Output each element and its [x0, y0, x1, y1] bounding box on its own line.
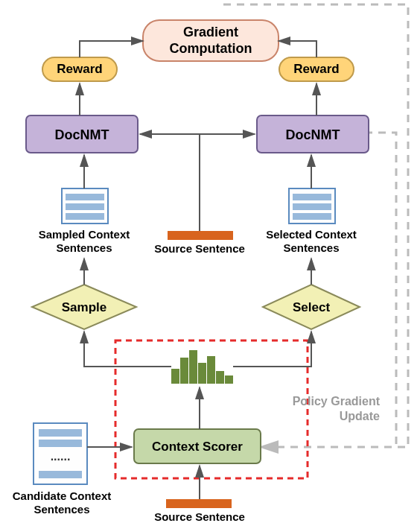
svg-rect-9: [66, 213, 104, 220]
arrow-bar-select: [233, 332, 311, 367]
candidate-doc-icon: ......: [34, 423, 87, 484]
docnmt-left-box: DocNMT: [26, 115, 138, 153]
arrow-rewardL-grad: [80, 41, 143, 57]
svg-rect-26: [39, 429, 82, 437]
selected-l2: Sentences: [283, 241, 339, 254]
svg-rect-11: [293, 194, 331, 200]
source-sentence-upper-text: Source Sentence: [154, 242, 245, 255]
reward-left-box: Reward: [42, 57, 117, 81]
svg-rect-5: [168, 231, 233, 240]
svg-rect-19: [198, 363, 206, 384]
selected-l1: Selected Context: [266, 228, 357, 241]
policy-line2: Update: [340, 410, 380, 422]
source-sentence-lower: Source Sentence: [154, 499, 245, 523]
svg-rect-16: [171, 369, 179, 384]
sample-diamond: Sample: [32, 285, 136, 329]
arrow-rewardR-grad: [279, 41, 316, 57]
sample-text: Sample: [62, 300, 106, 314]
gradient-text-1: Gradient: [183, 25, 238, 39]
svg-rect-28: [39, 471, 82, 478]
select-diamond: Select: [263, 285, 360, 329]
candidate-l1: Candidate Context: [13, 489, 112, 502]
sampled-l1: Sampled Context: [39, 228, 130, 241]
reward-right-box: Reward: [279, 57, 354, 81]
arrow-bar-sample: [84, 332, 171, 367]
source-sentence-upper: Source Sentence: [154, 231, 245, 255]
sampled-doc-icon: [62, 188, 108, 224]
svg-rect-22: [225, 375, 233, 384]
svg-rect-12: [293, 203, 331, 210]
policy-line1: Policy Gradient: [293, 395, 381, 408]
docnmt-right-text: DocNMT: [286, 127, 340, 142]
svg-rect-7: [66, 194, 104, 200]
docnmt-left-text: DocNMT: [55, 127, 109, 142]
svg-rect-8: [66, 203, 104, 210]
gradient-text-2: Computation: [170, 41, 252, 56]
select-text: Select: [293, 300, 330, 314]
selected-doc-icon: [289, 188, 335, 224]
svg-rect-21: [216, 371, 224, 384]
docnmt-right-box: DocNMT: [257, 115, 369, 153]
gradient-computation-box: Gradient Computation: [143, 20, 279, 61]
svg-rect-18: [189, 350, 197, 384]
ellipsis: ......: [51, 450, 71, 463]
reward-right-text: Reward: [293, 62, 339, 76]
reward-left-text: Reward: [57, 62, 102, 76]
barchart-icon: [171, 350, 233, 384]
context-scorer-box: Context Scorer: [134, 429, 261, 463]
svg-rect-27: [39, 440, 82, 447]
svg-rect-20: [207, 356, 215, 384]
svg-rect-17: [180, 358, 188, 384]
sampled-l2: Sentences: [56, 241, 112, 254]
context-scorer-text: Context Scorer: [152, 440, 243, 454]
svg-rect-24: [166, 499, 232, 508]
candidate-l2: Sentences: [34, 503, 89, 516]
source-sentence-lower-text: Source Sentence: [154, 510, 245, 523]
svg-rect-13: [293, 213, 331, 220]
diagram-canvas: Gradient Computation Reward Reward DocNM…: [0, 0, 420, 523]
